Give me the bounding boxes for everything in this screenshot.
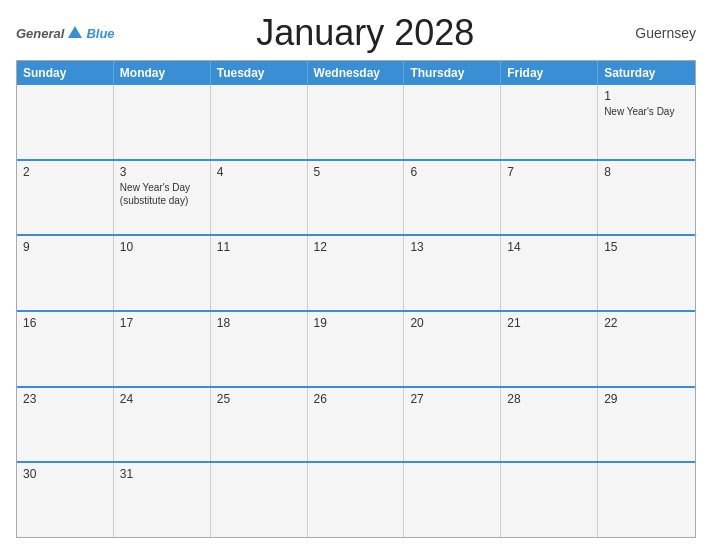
calendar-cell-5-6 [598, 463, 695, 537]
calendar-row-2: 9101112131415 [17, 234, 695, 310]
logo: General Blue [16, 26, 115, 41]
calendar-cell-2-3: 12 [308, 236, 405, 310]
calendar-cell-5-0: 30 [17, 463, 114, 537]
calendar-row-3: 16171819202122 [17, 310, 695, 386]
weekday-monday: Monday [114, 61, 211, 85]
day-number: 16 [23, 316, 107, 330]
day-number: 21 [507, 316, 591, 330]
day-number: 3 [120, 165, 204, 179]
calendar-cell-3-6: 22 [598, 312, 695, 386]
day-number: 20 [410, 316, 494, 330]
day-number: 15 [604, 240, 689, 254]
day-number: 12 [314, 240, 398, 254]
weekday-friday: Friday [501, 61, 598, 85]
holiday-label: New Year's Day [604, 105, 689, 118]
calendar-row-4: 23242526272829 [17, 386, 695, 462]
calendar-row-0: 1New Year's Day [17, 85, 695, 159]
calendar-cell-4-1: 24 [114, 388, 211, 462]
calendar-cell-3-3: 19 [308, 312, 405, 386]
day-number: 26 [314, 392, 398, 406]
calendar-cell-0-6: 1New Year's Day [598, 85, 695, 159]
month-title: January 2028 [115, 12, 616, 54]
calendar-cell-5-5 [501, 463, 598, 537]
calendar-cell-2-1: 10 [114, 236, 211, 310]
day-number: 25 [217, 392, 301, 406]
calendar-cell-3-1: 17 [114, 312, 211, 386]
day-number: 30 [23, 467, 107, 481]
calendar-cell-1-2: 4 [211, 161, 308, 235]
day-number: 6 [410, 165, 494, 179]
weekday-saturday: Saturday [598, 61, 695, 85]
day-number: 4 [217, 165, 301, 179]
day-number: 9 [23, 240, 107, 254]
calendar-cell-4-5: 28 [501, 388, 598, 462]
calendar-cell-0-3 [308, 85, 405, 159]
calendar-cell-5-1: 31 [114, 463, 211, 537]
logo-blue: Blue [86, 26, 114, 41]
calendar-row-1: 23New Year's Day (substitute day)45678 [17, 159, 695, 235]
weekday-wednesday: Wednesday [308, 61, 405, 85]
calendar-cell-1-3: 5 [308, 161, 405, 235]
calendar-header: Sunday Monday Tuesday Wednesday Thursday… [17, 61, 695, 85]
day-number: 8 [604, 165, 689, 179]
day-number: 2 [23, 165, 107, 179]
calendar-cell-1-4: 6 [404, 161, 501, 235]
day-number: 28 [507, 392, 591, 406]
calendar-cell-0-5 [501, 85, 598, 159]
day-number: 27 [410, 392, 494, 406]
day-number: 31 [120, 467, 204, 481]
calendar-cell-1-5: 7 [501, 161, 598, 235]
day-number: 29 [604, 392, 689, 406]
calendar-cell-3-4: 20 [404, 312, 501, 386]
country-label: Guernsey [616, 25, 696, 41]
calendar: Sunday Monday Tuesday Wednesday Thursday… [16, 60, 696, 538]
calendar-cell-3-0: 16 [17, 312, 114, 386]
calendar-cell-4-0: 23 [17, 388, 114, 462]
header: General Blue January 2028 Guernsey [16, 12, 696, 54]
calendar-cell-0-2 [211, 85, 308, 159]
logo-triangle-icon [68, 26, 82, 38]
logo-general: General [16, 26, 64, 41]
calendar-row-5: 3031 [17, 461, 695, 537]
calendar-cell-0-4 [404, 85, 501, 159]
weekday-tuesday: Tuesday [211, 61, 308, 85]
calendar-cell-1-6: 8 [598, 161, 695, 235]
day-number: 14 [507, 240, 591, 254]
day-number: 5 [314, 165, 398, 179]
calendar-cell-1-1: 3New Year's Day (substitute day) [114, 161, 211, 235]
calendar-cell-4-4: 27 [404, 388, 501, 462]
calendar-cell-2-5: 14 [501, 236, 598, 310]
calendar-cell-2-2: 11 [211, 236, 308, 310]
holiday-label: New Year's Day (substitute day) [120, 181, 204, 207]
weekday-sunday: Sunday [17, 61, 114, 85]
calendar-cell-2-6: 15 [598, 236, 695, 310]
calendar-cell-1-0: 2 [17, 161, 114, 235]
day-number: 17 [120, 316, 204, 330]
calendar-cell-4-2: 25 [211, 388, 308, 462]
day-number: 22 [604, 316, 689, 330]
page: General Blue January 2028 Guernsey Sunda… [0, 0, 712, 550]
calendar-cell-0-1 [114, 85, 211, 159]
weekday-thursday: Thursday [404, 61, 501, 85]
day-number: 24 [120, 392, 204, 406]
day-number: 23 [23, 392, 107, 406]
day-number: 7 [507, 165, 591, 179]
calendar-cell-5-4 [404, 463, 501, 537]
calendar-cell-3-2: 18 [211, 312, 308, 386]
day-number: 13 [410, 240, 494, 254]
day-number: 1 [604, 89, 689, 103]
day-number: 10 [120, 240, 204, 254]
calendar-cell-5-2 [211, 463, 308, 537]
calendar-cell-2-0: 9 [17, 236, 114, 310]
calendar-cell-4-3: 26 [308, 388, 405, 462]
day-number: 19 [314, 316, 398, 330]
day-number: 18 [217, 316, 301, 330]
calendar-cell-0-0 [17, 85, 114, 159]
day-number: 11 [217, 240, 301, 254]
calendar-cell-3-5: 21 [501, 312, 598, 386]
calendar-cell-5-3 [308, 463, 405, 537]
calendar-cell-4-6: 29 [598, 388, 695, 462]
calendar-body: 1New Year's Day23New Year's Day (substit… [17, 85, 695, 537]
calendar-cell-2-4: 13 [404, 236, 501, 310]
